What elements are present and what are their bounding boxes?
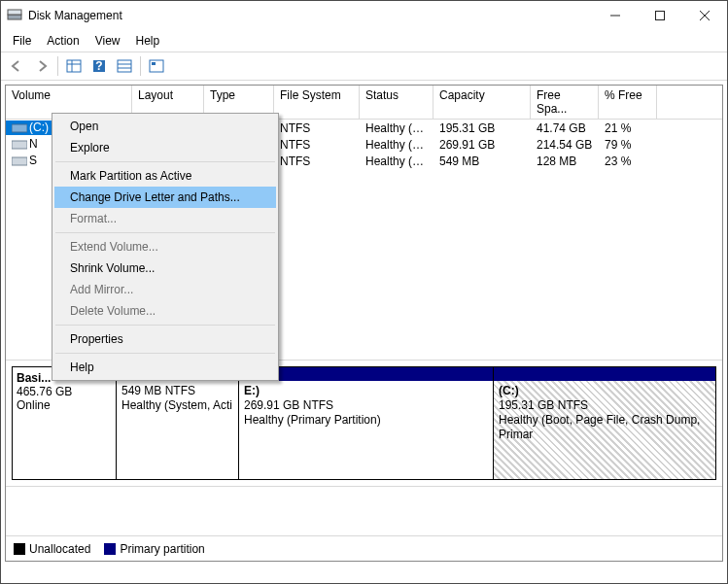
drive-icon [12, 138, 27, 152]
window-title: Disk Management [28, 9, 593, 22]
block-line2: 269.91 GB NTFS [244, 398, 488, 413]
svg-rect-18 [12, 157, 27, 165]
svg-rect-16 [12, 124, 27, 132]
toolbar-separator [57, 56, 58, 76]
block-label: (C:) [499, 384, 711, 398]
block-line2: 549 MB NTFS [121, 384, 233, 398]
cell-cap: 269.91 GB [433, 138, 531, 152]
svg-rect-15 [152, 62, 156, 65]
menu-add-mirror[interactable]: Add Mirror... [54, 279, 276, 300]
swatch-navy [104, 543, 116, 555]
volume-name: S [29, 154, 37, 167]
toolbar-table-icon[interactable] [62, 55, 86, 77]
block-line3: Healthy (System, Acti [121, 398, 233, 413]
cell-pct: 23 % [599, 155, 657, 168]
cell-pct: 79 % [599, 138, 657, 152]
menu-separator [55, 232, 275, 233]
cell-status: Healthy (P... [360, 138, 433, 152]
cell-fs: NTFS [274, 121, 360, 135]
svg-text:?: ? [95, 59, 102, 73]
block-header [494, 367, 715, 381]
toolbar-diagram-icon[interactable] [145, 55, 168, 77]
app-icon [7, 8, 22, 23]
menu-view[interactable]: View [87, 32, 128, 50]
svg-rect-3 [656, 12, 665, 20]
swatch-black [14, 543, 25, 555]
partition-block-selected[interactable]: (C:) 195.31 GB NTFS Healthy (Boot, Page … [494, 366, 716, 480]
titlebar: Disk Management [1, 1, 727, 30]
statusbar [1, 566, 727, 583]
block-body: 549 MB NTFS Healthy (System, Acti [117, 381, 238, 479]
cell-pct: 21 % [599, 121, 657, 135]
legend-primary: Primary partition [104, 542, 204, 556]
disk-size: 465.76 GB [17, 385, 112, 398]
cell-free: 41.74 GB [531, 121, 599, 135]
menu-action[interactable]: Action [39, 32, 87, 50]
menu-explore[interactable]: Explore [54, 137, 276, 158]
context-menu: Open Explore Mark Partition as Active Ch… [52, 113, 279, 381]
toolbar: ? [1, 52, 727, 81]
col-free[interactable]: Free Spa... [531, 86, 599, 119]
cell-free: 128 MB [531, 155, 599, 168]
col-pct[interactable]: % Free [599, 86, 657, 119]
block-body: E:) 269.91 GB NTFS Healthy (Primary Part… [239, 381, 493, 479]
volume-name: (C:) [29, 120, 49, 134]
block-line3: Healthy (Boot, Page File, Crash Dump, Pr… [499, 413, 711, 442]
menu-file[interactable]: File [5, 32, 39, 50]
col-capacity[interactable]: Capacity [433, 86, 531, 119]
volume-name: N [29, 137, 38, 151]
menu-change-letter[interactable]: Change Drive Letter and Paths... [54, 187, 276, 208]
svg-rect-11 [118, 60, 131, 72]
svg-rect-1 [8, 10, 21, 15]
partition-block[interactable]: 549 MB NTFS Healthy (System, Acti [117, 366, 239, 480]
block-body: (C:) 195.31 GB NTFS Healthy (Boot, Page … [494, 381, 715, 479]
menu-separator [55, 161, 275, 162]
menu-help[interactable]: Help [128, 32, 168, 50]
svg-rect-17 [12, 141, 27, 149]
drive-icon [12, 155, 27, 168]
col-filesystem[interactable]: File System [274, 86, 360, 119]
block-label: E:) [244, 384, 488, 398]
svg-rect-0 [8, 15, 21, 19]
block-line2: 195.31 GB NTFS [499, 398, 711, 413]
disk-management-window: Disk Management File Action View Help ? … [0, 0, 728, 584]
menu-open[interactable]: Open [54, 116, 276, 137]
svg-rect-14 [150, 60, 163, 72]
cell-free: 214.54 GB [531, 138, 599, 152]
menubar: File Action View Help [1, 30, 727, 52]
cell-status: Healthy (S... [360, 155, 433, 168]
cell-status: Healthy (B... [360, 121, 433, 135]
svg-rect-6 [67, 60, 81, 72]
forward-button[interactable] [30, 55, 53, 77]
close-button[interactable] [682, 1, 727, 30]
menu-shrink[interactable]: Shrink Volume... [54, 258, 276, 279]
toolbar-separator [140, 56, 141, 76]
cell-fs: NTFS [274, 138, 360, 152]
toolbar-list-icon[interactable] [113, 55, 136, 77]
disk-info[interactable]: Basi... 465.76 GB Online [12, 366, 117, 480]
drive-icon [12, 121, 27, 135]
menu-separator [55, 353, 275, 354]
block-line3: Healthy (Primary Partition) [244, 413, 488, 428]
disk-blocks: 549 MB NTFS Healthy (System, Acti E:) 26… [117, 366, 716, 480]
menu-extend[interactable]: Extend Volume... [54, 236, 276, 258]
menu-delete[interactable]: Delete Volume... [54, 300, 276, 322]
menu-separator [55, 325, 275, 326]
minimize-button[interactable] [593, 1, 638, 30]
menu-mark-active[interactable]: Mark Partition as Active [54, 165, 276, 187]
menu-help[interactable]: Help [54, 357, 276, 378]
partition-block[interactable]: E:) 269.91 GB NTFS Healthy (Primary Part… [239, 366, 494, 480]
legend: Unallocated Primary partition [6, 535, 722, 561]
back-button[interactable] [5, 55, 28, 77]
legend-unallocated: Unallocated [14, 542, 90, 556]
maximize-button[interactable] [638, 1, 682, 30]
menu-format[interactable]: Format... [54, 208, 276, 229]
col-status[interactable]: Status [360, 86, 433, 119]
help-icon[interactable]: ? [87, 55, 111, 77]
cell-fs: NTFS [274, 155, 360, 168]
cell-cap: 195.31 GB [433, 121, 531, 135]
col-spacer [657, 86, 722, 119]
menu-properties[interactable]: Properties [54, 328, 276, 350]
cell-cap: 549 MB [433, 155, 531, 168]
disk-state: Online [17, 398, 112, 412]
